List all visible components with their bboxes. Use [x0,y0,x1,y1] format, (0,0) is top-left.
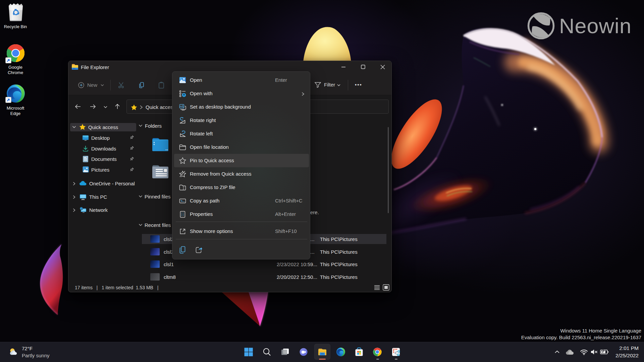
svg-text:Neowin: Neowin [559,14,632,38]
